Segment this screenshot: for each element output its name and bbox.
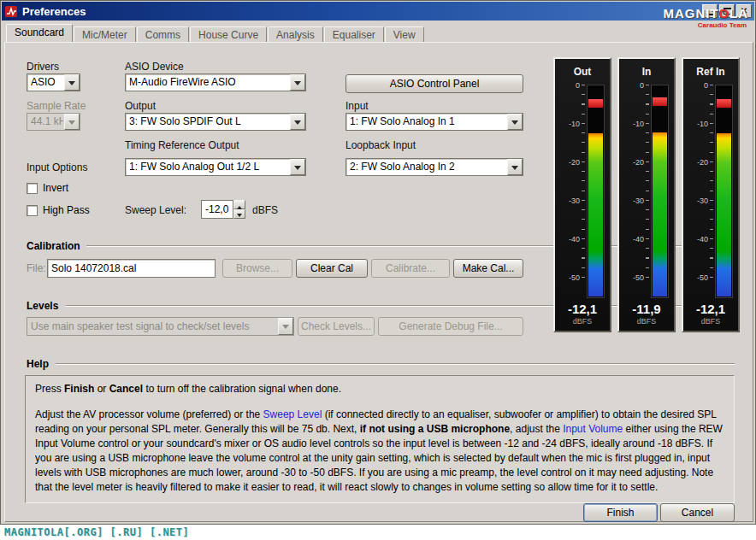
finish-button[interactable]: Finish [583,503,658,522]
meter-unit: dBFS [683,317,738,326]
sweep-level-value[interactable]: -12,0 [201,200,233,219]
timing-reference-output-label: Timing Reference Output [125,139,239,151]
level-meter-out: Out0-10-20-30-40-50-12,1dBFS [553,57,611,332]
meter-fill [653,132,667,296]
tab-mic-meter[interactable]: Mic/Meter [74,26,136,42]
meter-scale-label: -50 [619,273,644,282]
meters-panel: Out0-10-20-30-40-50-12,1dBFSIn0-10-20-30… [553,57,740,332]
footer-watermark: MAGNITOLA[.ORG] [.RU] [.NET] [4,526,189,538]
chevron-down-icon[interactable] [290,159,305,175]
meter-scale-label: -10 [555,120,580,128]
high-pass-label: High Pass [43,204,90,216]
help-text-segment: to turn off the calibration signal when … [143,383,341,395]
watermark-text: LA [729,6,748,21]
meter-peak-indicator [717,99,731,108]
help-link[interactable]: Input Volume [563,423,623,435]
tab-view[interactable]: View [385,26,424,42]
watermark-text: MAGNIT [663,6,718,21]
checkbox-box[interactable] [27,205,38,216]
levels-section-header: Levels [27,300,58,312]
chevron-down-icon[interactable] [290,74,305,91]
meter-title: Out [555,66,610,78]
meter-scale-label: -10 [619,120,644,128]
meter-scale: 0-10-20-30-40-50 [683,85,738,298]
generate-debug-file-button[interactable]: Generate Debug File... [378,317,523,336]
spinner-down-icon[interactable] [233,209,245,219]
meter-ticks [710,85,713,278]
tab-soundcard[interactable]: Soundcard [6,24,73,42]
tab-comms[interactable]: Comms [137,26,189,42]
meter-scale-label: 0 [619,81,644,90]
chevron-down-icon [64,114,80,130]
meter-ticks [646,85,649,278]
chevron-down-icon[interactable] [64,74,80,91]
help-text-segment: , adjust the [510,423,563,435]
meter-bar [715,85,733,298]
tab-house-curve[interactable]: House Curve [190,26,267,42]
sweep-level-label: Sweep Level: [125,204,186,216]
meter-title: In [619,66,674,78]
browse-button[interactable]: Browse... [222,259,292,278]
meter-peak-indicator [588,99,603,108]
tab-analysis[interactable]: Analysis [268,26,323,42]
meter-scale-label: -40 [555,235,580,244]
meter-value: -11,9 [619,302,674,316]
calibrate-button[interactable]: Calibrate... [371,259,450,278]
sweep-level-unit: dBFS [252,204,278,216]
asio-device-value: M-Audio FireWire ASIO [129,74,289,91]
meter-scale: 0-10-20-30-40-50 [555,85,610,298]
drivers-select[interactable]: ASIO [27,73,80,91]
app-icon [5,5,18,18]
asio-control-panel-button[interactable]: ASIO Control Panel [346,74,523,93]
watermark-subtitle: Caraudio Team [663,21,748,29]
section-divider [56,363,735,365]
meter-unit: dBFS [619,317,674,326]
invert-checkbox[interactable]: Invert [27,182,68,194]
clear-cal-button[interactable]: Clear Cal [296,259,368,278]
sample-rate-select: 44.1 kHz [27,113,80,131]
timing-reference-output-value: 1: FW Solo Analog Out 1/2 L [129,159,289,175]
meter-value: -12,1 [555,302,610,316]
meter-bar [587,85,605,298]
meter-scale-label: -30 [555,197,580,205]
check-levels-button[interactable]: Check Levels... [298,317,375,336]
meter-scale-label: -20 [619,158,644,167]
input-options-label: Input Options [27,161,87,173]
chevron-down-icon[interactable] [507,114,523,130]
help-section-header: Help [27,358,49,370]
tab-equaliser[interactable]: Equaliser [324,26,384,42]
meter-scale-label: -30 [619,197,644,205]
output-select[interactable]: 3: FW Solo SPDIF Out L [125,113,306,131]
meter-scale-label: 0 [683,81,708,90]
meter-scale-label: -40 [619,235,644,244]
high-pass-checkbox[interactable]: High Pass [27,204,90,216]
watermark-accent: O [718,6,729,21]
timing-reference-output-select[interactable]: 1: FW Solo Analog Out 1/2 L [125,158,306,176]
meter-unit: dBFS [555,317,610,326]
preferences-window: Preferences ✕ MAGNITOLA Caraudio Team So… [0,0,756,525]
loopback-input-select[interactable]: 2: FW Solo Analog In 2 [346,158,523,176]
asio-device-select[interactable]: M-Audio FireWire ASIO [125,73,306,91]
chevron-down-icon[interactable] [290,114,305,130]
drivers-value: ASIO [31,74,63,91]
input-select[interactable]: 1: FW Solo Analog In 1 [346,113,523,131]
sweep-level-spinner[interactable]: -12,0 [201,200,245,219]
help-panel: Press Finish or Cancel to turn off the c… [25,375,735,503]
title-bar[interactable]: Preferences ✕ [2,2,754,21]
meter-scale-label: -10 [683,120,708,128]
help-paragraph-2: Adjust the AV processor volume (preferre… [35,408,724,495]
help-text-segment: if not using a USB microphone [360,423,510,435]
meter-scale-label: -50 [555,273,580,282]
watermark-title: MAGNITOLA [663,6,748,21]
make-cal-button[interactable]: Make Cal... [453,259,523,278]
chevron-down-icon [278,318,293,335]
help-link[interactable]: Sweep Level [263,408,322,420]
checkbox-box[interactable] [27,183,38,194]
cal-file-field[interactable]: Solo 14072018.cal [47,259,216,278]
spinner-up-icon[interactable] [233,200,245,209]
chevron-down-icon[interactable] [507,159,523,175]
cancel-button[interactable]: Cancel [660,503,735,522]
input-value: 1: FW Solo Analog In 1 [350,114,506,130]
input-label: Input [346,100,369,112]
output-label: Output [125,100,156,112]
